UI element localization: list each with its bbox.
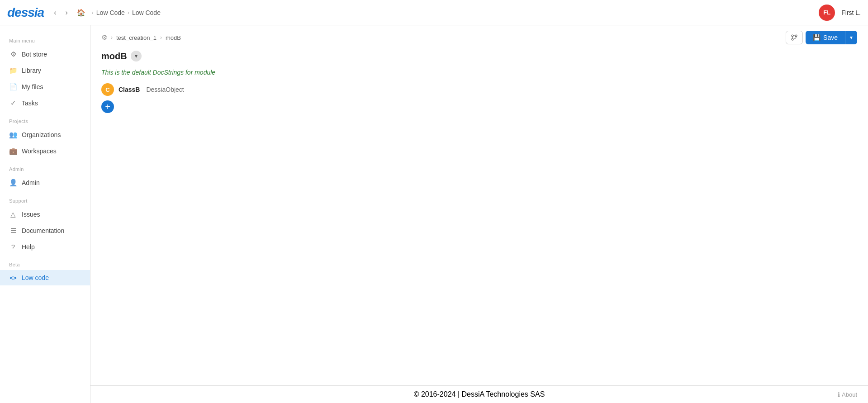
breadcrumb-lowcode-2[interactable]: Low Code [132, 9, 161, 16]
organizations-icon: 👥 [9, 131, 17, 139]
gear-icon: ⚙ [101, 33, 107, 42]
topbar: dessia ‹ › 🏠 › Low Code › Low Code FL Fi… [0, 0, 868, 25]
sidebar-item-organizations[interactable]: 👥 Organizations [0, 127, 90, 143]
module-title-row: modB ▾ [101, 51, 142, 62]
save-dropdown-button[interactable]: ▾ [845, 31, 857, 44]
sidebar-label-workspaces: Workspaces [22, 147, 57, 155]
projects-label: Projects [0, 111, 90, 127]
sidebar-label-library: Library [22, 67, 41, 74]
footer: © 2016-2024 | DessiA Technologies SAS ℹ … [90, 385, 868, 403]
sec-sep-2: › [160, 34, 162, 41]
save-icon: 💾 [813, 34, 821, 41]
sidebar: Main menu ⚙ Bot store 📁 Library 📄 My fil… [0, 25, 90, 403]
about-button[interactable]: ℹ About [838, 391, 857, 398]
bot-store-icon: ⚙ [9, 50, 17, 58]
topbar-breadcrumb: › Low Code › Low Code [92, 9, 161, 16]
class-parent: DessiaObject [146, 86, 184, 93]
main-content: ⚙ › test_creation_1 › modB [90, 25, 868, 403]
breadcrumb-sep-2: › [128, 9, 129, 16]
copyright-text: © 2016-2024 | DessiA Technologies SAS [414, 390, 545, 398]
module-header: modB ▾ [90, 46, 868, 62]
sidebar-item-tasks[interactable]: ✓ Tasks [0, 95, 90, 111]
about-label: About [842, 391, 857, 398]
issues-icon: △ [9, 210, 17, 218]
secondary-breadcrumb: ⚙ › test_creation_1 › modB [101, 33, 181, 42]
add-class-row: + [101, 100, 857, 113]
about-icon: ℹ [838, 391, 840, 398]
sidebar-item-documentation[interactable]: ☰ Documentation [0, 223, 90, 239]
library-icon: 📁 [9, 66, 17, 75]
back-button[interactable]: ‹ [51, 7, 59, 19]
sec-sep-1: › [111, 34, 113, 41]
documentation-icon: ☰ [9, 227, 17, 235]
sidebar-label-my-files: My files [22, 83, 43, 90]
save-button-group: 💾 Save ▾ [806, 31, 857, 44]
save-button[interactable]: 💾 Save [806, 31, 845, 44]
user-name: First L. [841, 9, 861, 16]
main-layout: Main menu ⚙ Bot store 📁 Library 📄 My fil… [0, 25, 868, 403]
tasks-icon: ✓ [9, 99, 17, 107]
my-files-icon: 📄 [9, 83, 17, 91]
sidebar-item-admin[interactable]: 👤 Admin [0, 175, 90, 191]
admin-label: Admin [0, 159, 90, 175]
class-badge-c: C [101, 83, 114, 96]
main-menu-label: Main menu [0, 31, 90, 46]
sidebar-item-low-code[interactable]: <> Low code [0, 270, 90, 285]
module-dropdown-button[interactable]: ▾ [131, 51, 142, 62]
sidebar-label-help: Help [22, 243, 35, 251]
forward-button[interactable]: › [63, 7, 71, 19]
sec-breadcrumb-test[interactable]: test_creation_1 [116, 34, 157, 41]
branch-button[interactable] [786, 31, 803, 44]
sec-breadcrumb-modb[interactable]: modB [166, 34, 181, 41]
sidebar-label-tasks: Tasks [22, 100, 38, 107]
module-title: modB [101, 51, 127, 62]
sidebar-label-issues: Issues [22, 211, 40, 218]
sidebar-label-admin: Admin [22, 179, 40, 186]
svg-point-0 [792, 35, 793, 37]
home-icon[interactable]: 🏠 [74, 7, 88, 19]
sidebar-label-low-code: Low code [22, 274, 49, 281]
support-label: Support [0, 191, 90, 206]
user-avatar[interactable]: FL [819, 5, 835, 21]
workspaces-icon: 💼 [9, 147, 17, 155]
low-code-icon: <> [9, 275, 17, 281]
sidebar-label-documentation: Documentation [22, 227, 64, 234]
sidebar-item-help[interactable]: ? Help [0, 239, 90, 255]
sidebar-label-organizations: Organizations [22, 131, 61, 138]
action-buttons: 💾 Save ▾ [786, 31, 857, 44]
svg-point-2 [792, 38, 793, 40]
sidebar-item-workspaces[interactable]: 💼 Workspaces [0, 143, 90, 159]
beta-label: Beta [0, 255, 90, 270]
sidebar-item-my-files[interactable]: 📄 My files [0, 79, 90, 95]
sidebar-label-bot-store: Bot store [22, 51, 47, 58]
sidebar-item-library[interactable]: 📁 Library [0, 62, 90, 79]
breadcrumb-sep-1: › [92, 9, 94, 16]
sidebar-item-issues[interactable]: △ Issues [0, 206, 90, 223]
class-item-classB: C ClassB DessiaObject [101, 83, 857, 96]
save-label: Save [823, 34, 838, 41]
class-name[interactable]: ClassB [119, 86, 140, 93]
admin-icon: 👤 [9, 179, 17, 187]
app-logo: dessia [7, 5, 44, 20]
svg-point-1 [795, 35, 797, 37]
module-body: This is the default DocStrings for modul… [90, 62, 868, 385]
add-class-button[interactable]: + [101, 100, 114, 113]
breadcrumb-lowcode-1[interactable]: Low Code [96, 9, 125, 16]
help-icon: ? [9, 243, 17, 251]
module-docstring: This is the default DocStrings for modul… [101, 69, 857, 76]
sidebar-item-bot-store[interactable]: ⚙ Bot store [0, 46, 90, 62]
